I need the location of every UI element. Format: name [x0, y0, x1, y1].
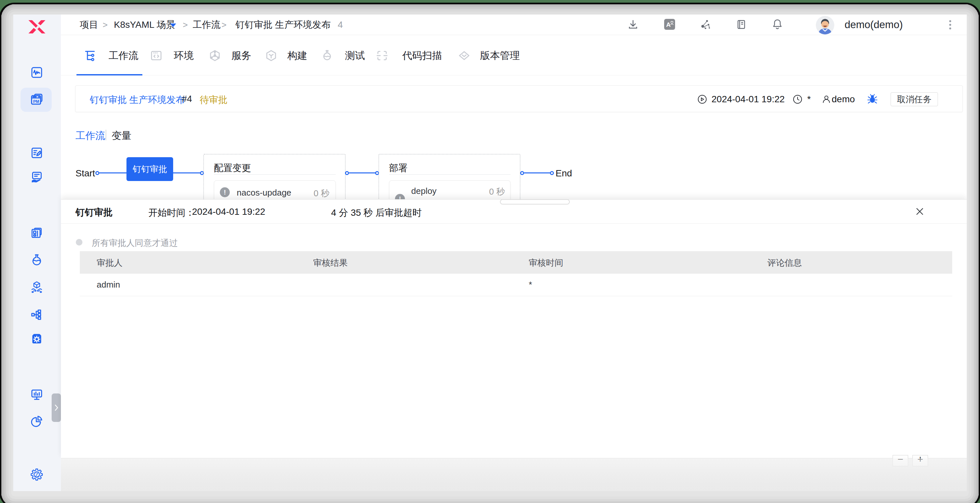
svg-text:PM: PM — [33, 99, 39, 104]
svg-text:A: A — [666, 21, 671, 28]
svg-text:Z: Z — [35, 471, 39, 478]
